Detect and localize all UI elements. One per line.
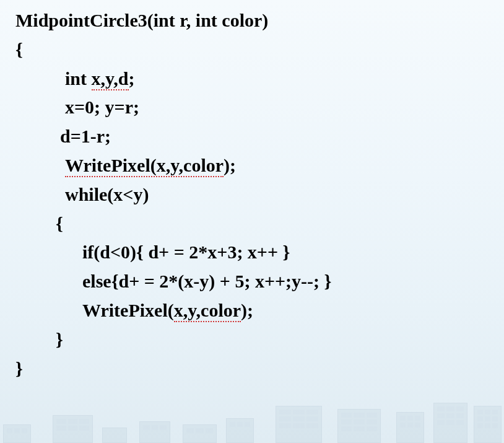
code-text: WritePixel( (82, 300, 174, 320)
code-text: MidpointCircle3(int r, int color) (15, 10, 268, 30)
code-text: while(x<y) (65, 184, 149, 204)
code-line-4: x=0; y=r; (15, 93, 504, 122)
code-line-11: WritePixel(x,y,color); (15, 296, 504, 325)
code-underline: WritePixel(x,y,color (65, 155, 224, 177)
code-underline: x,y,d (92, 68, 129, 90)
code-line-13: } (15, 354, 504, 384)
code-text: ); (241, 300, 253, 320)
code-text: { (56, 213, 63, 234)
code-line-1: MidpointCircle3(int r, int color) (15, 6, 504, 35)
code-text: int (65, 68, 92, 89)
code-line-2: { (15, 35, 504, 64)
code-line-12: } (15, 325, 504, 354)
code-line-3: int x,y,d; (15, 64, 504, 94)
code-text: } (56, 329, 63, 349)
code-line-8: { (15, 209, 504, 239)
code-line-7: while(x<y) (15, 180, 504, 209)
code-text: if(d<0){ d+ = 2*x+3; x++ } (82, 242, 290, 262)
code-text: { (15, 39, 23, 59)
code-line-10: else{d+ = 2*(x-y) + 5; x++;y--; } (15, 267, 504, 296)
code-text: } (15, 358, 23, 379)
code-text: ; (129, 68, 135, 89)
code-underline: x,y,color (174, 300, 241, 322)
code-text: d=1-r; (60, 126, 111, 146)
code-line-9: if(d<0){ d+ = 2*x+3; x++ } (15, 238, 504, 267)
code-line-6: WritePixel(x,y,color); (15, 151, 504, 180)
code-text: ); (224, 155, 236, 175)
code-text: x=0; y=r; (65, 97, 139, 117)
code-text: else{d+ = 2*(x-y) + 5; x++;y--; } (82, 271, 331, 291)
code-line-5: d=1-r; (15, 122, 504, 151)
